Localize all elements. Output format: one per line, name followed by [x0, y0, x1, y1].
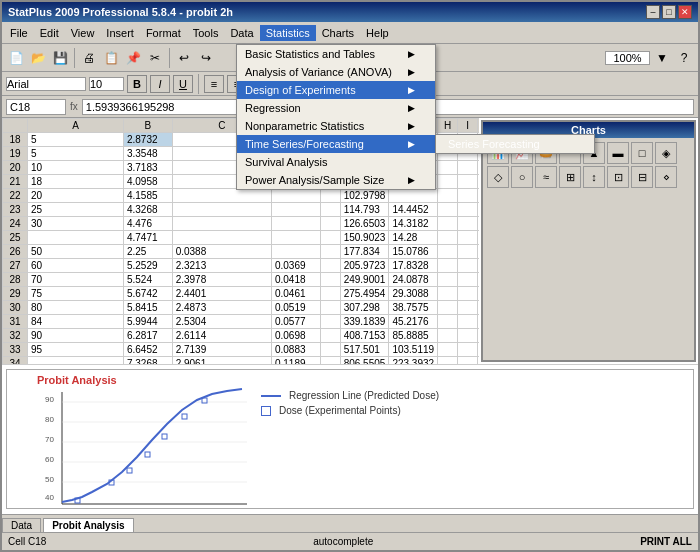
- cell[interactable]: [458, 315, 478, 329]
- font-name-input[interactable]: Arial: [6, 77, 86, 91]
- underline-button[interactable]: U: [173, 75, 193, 93]
- cell[interactable]: 5: [28, 133, 124, 147]
- cell[interactable]: 150.9023: [340, 231, 389, 245]
- cell[interactable]: 45.2176: [389, 315, 438, 329]
- col-header-h[interactable]: H: [438, 119, 458, 133]
- menu-timeseries[interactable]: Time Series/Forecasting ▶ Series Forecas…: [237, 135, 435, 153]
- menu-anova[interactable]: Analysis of Variance (ANOVA) ▶: [237, 63, 435, 81]
- table-row[interactable]: 30805.84152.48730.0519307.29838.7575: [3, 301, 480, 315]
- chart-pareto-icon[interactable]: ↕: [583, 166, 605, 188]
- cell[interactable]: [478, 329, 479, 343]
- cell[interactable]: [458, 203, 478, 217]
- font-size-input[interactable]: 10: [89, 77, 124, 91]
- print-button[interactable]: 🖨: [79, 48, 99, 68]
- cell[interactable]: 205.9723: [340, 259, 389, 273]
- menu-data[interactable]: Data: [224, 25, 259, 41]
- align-left-button[interactable]: ≡: [204, 75, 224, 93]
- cell[interactable]: 0.0698: [271, 329, 320, 343]
- cell[interactable]: [28, 357, 124, 365]
- cell[interactable]: [458, 189, 478, 203]
- chart-time-icon[interactable]: ⋄: [655, 166, 677, 188]
- menu-doe[interactable]: Design of Experiments ▶: [237, 81, 435, 99]
- col-header-a[interactable]: A: [28, 119, 124, 133]
- cell[interactable]: 0.0388: [172, 245, 271, 259]
- cell[interactable]: 10: [28, 161, 124, 175]
- cell[interactable]: [172, 217, 271, 231]
- cell[interactable]: [320, 245, 340, 259]
- cell[interactable]: [320, 301, 340, 315]
- cell[interactable]: 2.25: [123, 245, 172, 259]
- cell[interactable]: 38.7575: [389, 301, 438, 315]
- italic-button[interactable]: I: [150, 75, 170, 93]
- cell[interactable]: 408.7153: [340, 329, 389, 343]
- menu-file[interactable]: File: [4, 25, 34, 41]
- chart-radar-icon[interactable]: ◇: [487, 166, 509, 188]
- menu-tools[interactable]: Tools: [187, 25, 225, 41]
- cell[interactable]: 103.5119: [389, 343, 438, 357]
- table-row[interactable]: 347.32682.90610.1189806.5505223.3932: [3, 357, 480, 365]
- bold-button[interactable]: B: [127, 75, 147, 93]
- cell[interactable]: [172, 189, 271, 203]
- cell[interactable]: [438, 175, 458, 189]
- cell[interactable]: 5.9944: [123, 315, 172, 329]
- cell[interactable]: [458, 245, 478, 259]
- cell[interactable]: 0.0369: [271, 259, 320, 273]
- cell[interactable]: 2.6114: [172, 329, 271, 343]
- menu-help[interactable]: Help: [360, 25, 395, 41]
- cell[interactable]: 0.0519: [271, 301, 320, 315]
- cell[interactable]: 24.0878: [389, 273, 438, 287]
- cell[interactable]: 2.3213: [172, 259, 271, 273]
- cell[interactable]: 18: [28, 175, 124, 189]
- cell[interactable]: [458, 217, 478, 231]
- cell[interactable]: 95: [28, 343, 124, 357]
- cell[interactable]: 2.4873: [172, 301, 271, 315]
- cell[interactable]: 5.8415: [123, 301, 172, 315]
- chart-combo-icon[interactable]: ⊞: [559, 166, 581, 188]
- help-icon[interactable]: ?: [674, 48, 694, 68]
- menu-nonparametric[interactable]: Nonparametric Statistics ▶: [237, 117, 435, 135]
- cell[interactable]: [28, 231, 124, 245]
- cell[interactable]: 114.793: [340, 203, 389, 217]
- chart-3d-icon[interactable]: ◈: [655, 142, 677, 164]
- table-row[interactable]: 29755.67422.44010.0461275.495429.3088: [3, 287, 480, 301]
- cell-reference[interactable]: C18: [6, 99, 66, 115]
- cell[interactable]: [172, 231, 271, 245]
- chart-surface-icon[interactable]: ≈: [535, 166, 557, 188]
- tab-data[interactable]: Data: [2, 518, 41, 532]
- cell[interactable]: [478, 203, 479, 217]
- cell[interactable]: 20: [28, 189, 124, 203]
- cell[interactable]: 2.4401: [172, 287, 271, 301]
- cell[interactable]: 339.1839: [340, 315, 389, 329]
- cell[interactable]: 2.9061: [172, 357, 271, 365]
- cell[interactable]: 5: [28, 147, 124, 161]
- menu-charts[interactable]: Charts: [316, 25, 360, 41]
- cell[interactable]: 80: [28, 301, 124, 315]
- cell[interactable]: [172, 203, 271, 217]
- cell[interactable]: 4.0958: [123, 175, 172, 189]
- menu-statistics[interactable]: Statistics: [260, 25, 316, 41]
- cell[interactable]: [320, 231, 340, 245]
- series-forecasting-item[interactable]: Series Forecasting: [436, 135, 594, 153]
- cell[interactable]: 14.3182: [389, 217, 438, 231]
- cell[interactable]: [478, 217, 479, 231]
- cell[interactable]: 2.8732: [123, 133, 172, 147]
- cell[interactable]: 3.7183: [123, 161, 172, 175]
- cell[interactable]: 0.0418: [271, 273, 320, 287]
- cell[interactable]: [389, 189, 438, 203]
- cell[interactable]: [320, 259, 340, 273]
- cell[interactable]: 84: [28, 315, 124, 329]
- cell[interactable]: 15.0786: [389, 245, 438, 259]
- cell[interactable]: [438, 273, 458, 287]
- zoom-dropdown[interactable]: ▼: [652, 48, 672, 68]
- chart-hist-icon[interactable]: ▬: [607, 142, 629, 164]
- tab-probit-analysis[interactable]: Probit Analysis: [43, 518, 133, 532]
- cell[interactable]: [271, 231, 320, 245]
- cell[interactable]: 307.298: [340, 301, 389, 315]
- cell[interactable]: [478, 357, 479, 365]
- menu-view[interactable]: View: [65, 25, 101, 41]
- cell[interactable]: [478, 301, 479, 315]
- redo-button[interactable]: ↪: [196, 48, 216, 68]
- col-header-j[interactable]: J: [478, 119, 479, 133]
- cell[interactable]: 0.0461: [271, 287, 320, 301]
- cell[interactable]: 17.8328: [389, 259, 438, 273]
